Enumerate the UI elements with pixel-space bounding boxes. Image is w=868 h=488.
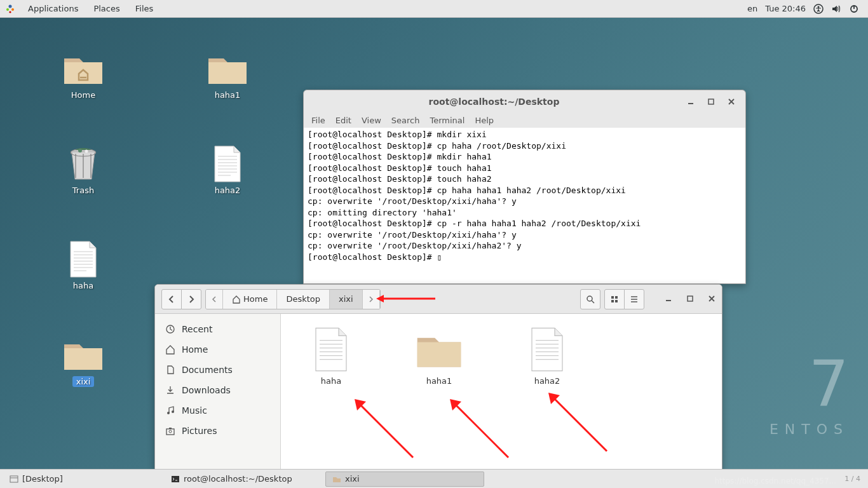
maximize-button[interactable] [703, 94, 719, 109]
places-menu[interactable]: Places [86, 4, 127, 13]
breadcrumb-forward-icon[interactable] [363, 290, 380, 309]
desktop-icon-home[interactable]: Home [55, 50, 112, 100]
terminal-content[interactable]: [root@localhost Desktop]# mkdir xixi [ro… [304, 128, 745, 283]
files-menu[interactable]: Files [128, 4, 161, 13]
task-label: root@localhost:~/Desktop [184, 474, 292, 484]
view-list-button[interactable] [624, 289, 644, 309]
sidebar-item-documents[interactable]: Documents [155, 360, 280, 380]
sidebar-item-pictures[interactable]: Pictures [155, 421, 280, 441]
applications-menu[interactable]: Applications [20, 4, 86, 13]
download-icon [165, 385, 175, 395]
svg-point-40 [172, 410, 174, 413]
svg-point-1 [6, 8, 9, 11]
desktop-icon-label: Home [71, 90, 95, 100]
home-folder-icon [61, 50, 105, 88]
document-icon [212, 145, 243, 183]
centos-number: 7 [770, 347, 849, 421]
workspace-pager[interactable]: 1 / 4 [844, 475, 865, 483]
clock-icon [165, 324, 175, 334]
sidebar-item-label: Pictures [182, 426, 217, 436]
terminal-menubar: File Edit View Search Terminal Help [304, 113, 745, 128]
file-item-haha[interactable]: haha [296, 327, 366, 386]
document-icon [165, 365, 175, 375]
keyboard-layout-indicator[interactable]: en [743, 4, 761, 13]
url-watermark: https://blog.csdn.net/qq_4357... [714, 477, 836, 485]
sidebar-item-recent[interactable]: Recent [155, 319, 280, 339]
sidebar-item-home[interactable]: Home [155, 339, 280, 360]
folder-icon [205, 50, 250, 88]
search-button[interactable] [580, 289, 600, 309]
menu-help[interactable]: Help [475, 116, 494, 125]
window-icon [10, 475, 18, 484]
clock[interactable]: Tue 20:46 [761, 4, 810, 13]
gnome-logo-icon [5, 4, 15, 14]
breadcrumb-desktop[interactable]: Desktop [277, 290, 330, 309]
breadcrumb-label: Desktop [286, 294, 320, 304]
files-sidebar: Recent Home Documents Downloads Music Pi… [155, 314, 281, 470]
task-xixi[interactable]: xixi [325, 471, 484, 487]
file-item-haha2[interactable]: haha2 [512, 327, 582, 386]
centos-text: ENTOS [770, 421, 849, 437]
sidebar-item-label: Home [182, 344, 208, 355]
back-button[interactable] [161, 289, 182, 309]
menu-file[interactable]: File [311, 116, 325, 125]
file-label: haha [321, 376, 341, 386]
close-button[interactable] [708, 293, 715, 305]
sidebar-item-label: Music [182, 405, 207, 416]
breadcrumb-back-icon[interactable] [206, 290, 223, 309]
folder-icon [61, 336, 105, 374]
menu-search[interactable]: Search [391, 116, 420, 125]
minimize-button[interactable] [665, 293, 672, 305]
files-window: Home Desktop xixi Recent Home Documents … [154, 284, 722, 470]
task-desktop[interactable]: [Desktop] [3, 471, 161, 487]
menu-terminal[interactable]: Terminal [430, 116, 465, 125]
home-icon [165, 344, 175, 355]
minimize-button[interactable] [683, 94, 698, 109]
sidebar-item-music[interactable]: Music [155, 400, 280, 421]
svg-point-27 [587, 296, 592, 301]
menu-view[interactable]: View [362, 116, 381, 125]
sidebar-item-downloads[interactable]: Downloads [155, 380, 280, 400]
view-icons-button[interactable] [604, 289, 625, 309]
file-item-haha1[interactable]: haha1 [404, 327, 474, 386]
desktop-icon-haha1[interactable]: haha1 [199, 50, 256, 100]
svg-line-28 [592, 301, 594, 303]
file-label: haha1 [426, 376, 452, 386]
grid-icon [610, 295, 619, 304]
breadcrumb-xixi[interactable]: xixi [330, 290, 363, 309]
svg-rect-26 [709, 99, 714, 104]
task-terminal[interactable]: root@localhost:~/Desktop [164, 471, 323, 487]
terminal-window: root@localhost:~/Desktop File Edit View … [303, 90, 746, 284]
close-button[interactable] [724, 94, 739, 109]
breadcrumb: Home Desktop xixi [205, 289, 381, 309]
desktop-icon-trash[interactable]: Trash [55, 145, 112, 195]
centos-watermark: 7 ENTOS [770, 347, 849, 437]
trash-icon [64, 145, 102, 183]
desktop-icon-xixi[interactable]: xixi [55, 336, 112, 387]
svg-rect-31 [611, 300, 614, 302]
breadcrumb-label: Home [243, 294, 268, 304]
maximize-button[interactable] [686, 293, 694, 305]
terminal-icon [171, 475, 180, 484]
desktop-icon-haha[interactable]: haha [55, 240, 112, 290]
terminal-title: root@localhost:~/Desktop [310, 97, 678, 107]
desktop-icon-label: haha1 [215, 90, 241, 100]
power-icon[interactable] [845, 4, 863, 14]
accessibility-icon[interactable] [810, 4, 827, 14]
breadcrumb-home[interactable]: Home [223, 290, 277, 309]
svg-point-42 [169, 430, 172, 433]
sidebar-item-label: Recent [182, 324, 212, 334]
sidebar-item-label: Downloads [182, 385, 231, 395]
svg-point-39 [167, 412, 170, 414]
svg-point-10 [85, 150, 88, 153]
menu-edit[interactable]: Edit [336, 116, 351, 125]
terminal-titlebar[interactable]: root@localhost:~/Desktop [304, 90, 745, 113]
files-content[interactable]: haha haha1 haha2 [281, 314, 722, 470]
svg-point-0 [9, 4, 12, 8]
search-icon [586, 295, 595, 304]
volume-icon[interactable] [827, 4, 845, 14]
svg-rect-41 [166, 429, 174, 435]
forward-button[interactable] [181, 289, 201, 309]
desktop-icon-haha2[interactable]: haha2 [199, 145, 256, 195]
desktop-icon-label: xixi [72, 376, 95, 387]
